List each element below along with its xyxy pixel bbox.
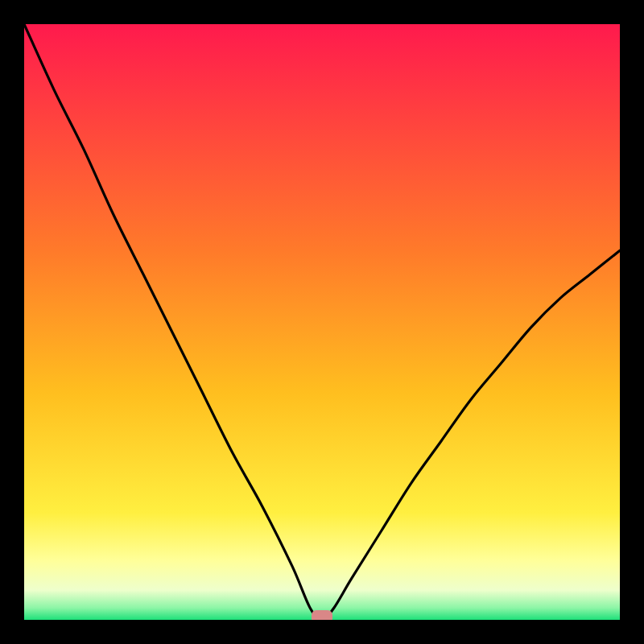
optimum-marker xyxy=(312,610,332,620)
bottleneck-chart xyxy=(24,24,620,620)
chart-frame: TheBottleneck.com xyxy=(0,0,644,644)
gradient-background xyxy=(24,24,620,620)
watermark-text: TheBottleneck.com xyxy=(473,2,628,23)
